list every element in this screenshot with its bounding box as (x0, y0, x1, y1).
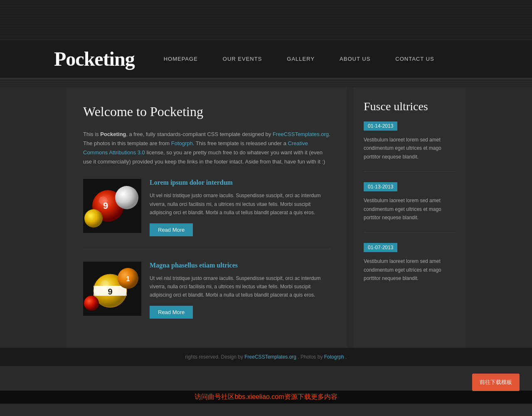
nav-events[interactable]: OUR EVENTS (210, 56, 275, 62)
main-nav: HOMEPAGE OUR EVENTS GALLERY ABOUT US CON… (151, 56, 447, 62)
article-2-title: Magna phasellus etiam ultrices (150, 262, 330, 269)
site-logo: Pocketing (54, 47, 135, 70)
nav-gallery[interactable]: GALLERY (274, 56, 327, 62)
sidebar-item-2: 01-13-2013 Vestibulum laoreet lorem sed … (364, 182, 455, 233)
sidebar-text-3: Vestibulum laoreet lorem sed amet condim… (364, 257, 455, 282)
sidebar-date-1: 01-14-2013 (364, 121, 397, 131)
welcome-title: Welcome to Pocketing (83, 104, 330, 119)
sidebar-text-2: Vestibulum laoreet lorem sed amet condim… (364, 196, 455, 222)
article-2-content: Magna phasellus etiam ultrices Ut vel ni… (150, 262, 330, 319)
article-1: 9 (83, 179, 330, 249)
svg-text:1: 1 (126, 275, 130, 282)
read-more-btn-1[interactable]: Read More (150, 223, 193, 236)
site-footer: rights reserved. Design by FreeCSSTempla… (0, 348, 532, 366)
svg-point-11 (101, 280, 109, 289)
sidebar-text-1: Vestibulum laoreet lorem sed amet condim… (364, 136, 455, 161)
sub-decorative-bar (0, 79, 532, 87)
content-wrapper: Welcome to Pocketing This is Pocketing, … (0, 87, 532, 348)
download-button[interactable]: 前往下载模板 (472, 374, 520, 391)
intro-paragraph: This is Pocketing, a free, fully standar… (83, 130, 330, 166)
sidebar-title: Fusce ultrices (364, 100, 455, 113)
site-header: Pocketing HOMEPAGE OUR EVENTS GALLERY AB… (0, 40, 532, 79)
article-1-text: Ut vel nisl tristique justo ornare iacul… (150, 191, 330, 217)
article-2: 9 1 (83, 262, 330, 331)
footer-text: rights reserved. Design by (185, 354, 245, 360)
article-1-content: Lorem ipsum dolor interdum Ut vel nisl t… (150, 179, 330, 236)
svg-point-3 (115, 186, 138, 209)
nav-contact[interactable]: CONTACT US (383, 56, 446, 62)
read-more-btn-2[interactable]: Read More (150, 306, 193, 319)
watermark-bar: 访问曲号社区bbs.xieeliao.com资源下载更多内容 (0, 391, 532, 404)
fotogrph-link-1[interactable]: Fotogrph (171, 140, 193, 146)
footer-text-2: . Photos by (298, 354, 324, 360)
footer-link-2[interactable]: Fotogrph (324, 354, 344, 360)
sidebar-item-3: 01-07-2013 Vestibulum laoreet lorem sed … (364, 243, 455, 293)
sidebar-date-2: 01-13-2013 (364, 182, 397, 191)
top-decorative-bar (0, 0, 532, 40)
cc-link[interactable]: Creative Commons Attributions 3.0 (83, 140, 308, 156)
intro-bold: Pocketing (100, 131, 126, 137)
page-grid: Welcome to Pocketing This is Pocketing, … (66, 87, 466, 348)
article-2-text: Ut vel nisl tristique justo ornare iacul… (150, 274, 330, 300)
sidebar-date-3: 01-07-2013 (364, 243, 397, 252)
sidebar-item-1: 01-14-2013 Vestibulum laoreet lorem sed … (364, 121, 455, 172)
article-1-image: 9 (83, 179, 141, 233)
svg-text:9: 9 (103, 201, 108, 211)
footer-link-1[interactable]: FreeCSSTemplates.org (244, 354, 296, 360)
article-2-image: 9 1 (83, 262, 141, 316)
freecss-link[interactable]: FreeCSSTemplates.org (273, 131, 329, 137)
svg-text:9: 9 (108, 287, 112, 296)
nav-homepage[interactable]: HOMEPAGE (151, 56, 210, 62)
footer-end: . (345, 354, 347, 360)
svg-point-14 (84, 296, 99, 311)
svg-point-4 (84, 209, 103, 228)
article-1-title: Lorem ipsum dolor interdum (150, 179, 330, 186)
nav-about[interactable]: ABOUT US (327, 56, 383, 62)
main-content: Welcome to Pocketing This is Pocketing, … (66, 87, 347, 348)
sidebar: Fusce ultrices 01-14-2013 Vestibulum lao… (353, 87, 466, 348)
